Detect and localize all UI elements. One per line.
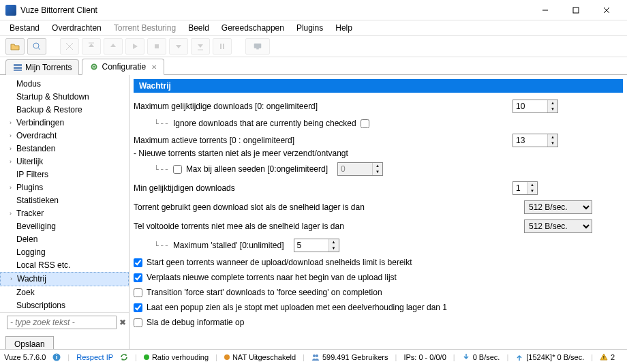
chk-force[interactable] bbox=[134, 288, 142, 297]
spinner-up-icon[interactable]: ▲ bbox=[548, 134, 557, 140]
stalled-spinner[interactable]: ▲▼ bbox=[294, 239, 339, 252]
chevron-icon: › bbox=[10, 273, 17, 285]
spinner-down-icon[interactable]: ▼ bbox=[527, 188, 537, 194]
slotspeed-label: Torrent gebruikt geen download slot als … bbox=[134, 202, 372, 212]
chk-popup[interactable] bbox=[134, 303, 142, 312]
top-button bbox=[82, 38, 101, 55]
tree-item-label: Delen bbox=[16, 234, 37, 245]
maxactive-input[interactable] bbox=[513, 134, 547, 147]
slotspeed-select[interactable]: 512 B/sec. bbox=[524, 200, 592, 214]
status-users: 599.491 Gebruikers bbox=[322, 353, 388, 361]
svg-point-19 bbox=[93, 66, 95, 68]
svg-rect-9 bbox=[155, 44, 159, 48]
svg-point-4 bbox=[33, 43, 39, 48]
clear-search-icon[interactable]: ✖ bbox=[119, 318, 126, 327]
warning-icon[interactable]: ! bbox=[600, 353, 608, 361]
maxactive-spinner[interactable]: ▲▼ bbox=[513, 134, 558, 147]
tree-connector-icon: └╶╶ bbox=[154, 119, 168, 128]
toolbar bbox=[0, 35, 627, 57]
tree-item-startup-shutdown[interactable]: Startup & Shutdown bbox=[0, 91, 129, 104]
chk-debug[interactable] bbox=[134, 318, 142, 327]
tree-item-label: Uiterlijk bbox=[16, 156, 43, 168]
spinner-down-icon[interactable]: ▼ bbox=[329, 245, 339, 252]
ignore-checked-checkbox[interactable] bbox=[361, 119, 369, 128]
menu-plugins[interactable]: Plugins bbox=[291, 21, 328, 35]
spinner-up-icon[interactable]: ▲ bbox=[548, 100, 557, 106]
tree-item-zoek[interactable]: Zoek bbox=[0, 286, 129, 299]
tree-item-local-rss-etc-[interactable]: Local RSS etc. bbox=[0, 259, 129, 272]
svg-point-24 bbox=[313, 354, 316, 357]
spinner-up-icon[interactable]: ▲ bbox=[329, 239, 339, 245]
menu-beeld[interactable]: Beeld bbox=[183, 21, 215, 35]
tree-item-label: Statistieken bbox=[16, 195, 59, 207]
maxdl-spinner[interactable]: ▲▼ bbox=[513, 100, 558, 113]
tree-item-backup-restore[interactable]: Backup & Restore bbox=[0, 104, 129, 117]
tab-mijn-torrents[interactable]: Mijn Torrents bbox=[5, 59, 79, 75]
chk-start[interactable] bbox=[134, 258, 142, 267]
status-up: [1524K]* 0 B/sec. bbox=[526, 353, 584, 361]
stalled-input[interactable] bbox=[294, 239, 328, 252]
tree-item-overdracht[interactable]: ›Overdracht bbox=[0, 130, 129, 142]
section-title: Wachtrij bbox=[134, 79, 623, 93]
menu-torrent-besturing[interactable]: Torrent Besturing bbox=[108, 21, 181, 35]
mindl-label: Min gelijktijdigen downloads bbox=[134, 183, 235, 193]
tree-item-subscriptions[interactable]: Subscriptions bbox=[0, 299, 129, 312]
maxseed-checkbox[interactable] bbox=[173, 165, 182, 174]
tree-item-label: Modus bbox=[16, 78, 41, 90]
chk-popup-label: Laat een popup zien als je stopt met upl… bbox=[147, 303, 447, 312]
tree-item-tracker[interactable]: ›Tracker bbox=[0, 207, 129, 220]
donespeed-select[interactable]: 512 B/sec. bbox=[524, 219, 592, 233]
menu-help[interactable]: Help bbox=[330, 21, 358, 35]
spinner-up-icon: ▲ bbox=[373, 163, 382, 169]
close-button[interactable] bbox=[591, 1, 622, 20]
menu-gereedschappen[interactable]: Gereedschappen bbox=[216, 21, 290, 35]
mindl-spinner[interactable]: ▲▼ bbox=[513, 181, 538, 195]
svg-rect-14 bbox=[256, 48, 259, 50]
tree-item-bestanden[interactable]: ›Bestanden bbox=[0, 142, 129, 155]
chevron-icon: › bbox=[10, 143, 16, 155]
status-ips: IPs: 0 - 0/0/0 bbox=[403, 353, 446, 361]
spinner-down-icon[interactable]: ▼ bbox=[548, 106, 557, 112]
tree-item-wachtrij[interactable]: ›Wachtrij bbox=[0, 272, 129, 286]
tree-item-label: Backup & Restore bbox=[16, 104, 82, 116]
tree-item-verbindingen[interactable]: ›Verbindingen bbox=[0, 117, 129, 130]
open-button[interactable] bbox=[5, 38, 25, 55]
tab-configuratie[interactable]: Configuratie ✕ bbox=[82, 59, 164, 75]
menu-overdrachten[interactable]: Overdrachten bbox=[46, 21, 107, 35]
spinner-up-icon[interactable]: ▲ bbox=[527, 182, 537, 188]
status-version: Vuze 5.7.6.0 bbox=[4, 353, 46, 361]
ignore-checked-label: Ignore downloads that are currently bein… bbox=[173, 119, 356, 128]
tree-item-label: Subscriptions bbox=[16, 300, 65, 312]
monitor-button bbox=[245, 38, 270, 55]
status-down: 0 B/sec. bbox=[473, 353, 500, 361]
maxdl-input[interactable] bbox=[513, 100, 547, 112]
status-respect[interactable]: Respect IP bbox=[76, 353, 113, 361]
refresh-icon[interactable] bbox=[120, 353, 128, 361]
menu-bestand[interactable]: Bestand bbox=[4, 21, 45, 35]
tree-item-statistieken[interactable]: Statistieken bbox=[0, 194, 129, 207]
spinner-down-icon[interactable]: ▼ bbox=[548, 140, 557, 147]
tree-item-delen[interactable]: Delen bbox=[0, 233, 129, 246]
chk-force-label: Transition 'force start' downloads to 'f… bbox=[147, 288, 382, 297]
svg-line-5 bbox=[38, 48, 40, 50]
tree-item-label: Startup & Shutdown bbox=[16, 91, 89, 103]
tree-search-input[interactable] bbox=[7, 316, 117, 329]
tree-item-beveiliging[interactable]: Beveiliging bbox=[0, 220, 129, 233]
search-button[interactable] bbox=[27, 38, 46, 55]
chk-move[interactable] bbox=[134, 273, 142, 282]
tree-item-label: Beveiliging bbox=[16, 221, 56, 232]
tree-item-ip-filters[interactable]: IP Filters bbox=[0, 168, 129, 181]
svg-rect-15 bbox=[14, 64, 22, 66]
tree-item-logging[interactable]: Logging bbox=[0, 246, 129, 259]
tree-item-modus[interactable]: Modus bbox=[0, 78, 129, 91]
minimize-button[interactable] bbox=[530, 1, 560, 20]
save-button[interactable]: Opslaan bbox=[5, 336, 54, 349]
mindl-input[interactable] bbox=[513, 182, 527, 194]
tree-item-plugins[interactable]: ›Plugins bbox=[0, 181, 129, 194]
tree-item-label: Zoek bbox=[16, 287, 35, 299]
tree-connector-icon: └╶╶ bbox=[154, 241, 168, 250]
maximize-button[interactable] bbox=[560, 1, 591, 20]
info-icon[interactable]: i bbox=[52, 353, 61, 361]
tab-close-icon[interactable]: ✕ bbox=[151, 63, 157, 71]
tree-item-uiterlijk[interactable]: ›Uiterlijk bbox=[0, 155, 129, 168]
